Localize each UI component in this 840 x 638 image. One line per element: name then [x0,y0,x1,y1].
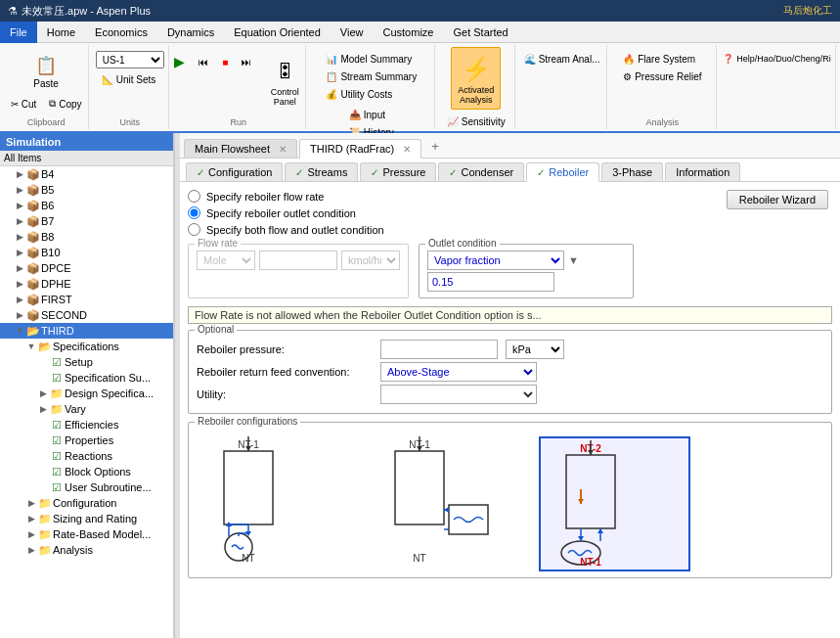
cut-button[interactable]: ✂Cut [5,95,43,113]
menu-view[interactable]: View [331,22,374,43]
tree-item-B4[interactable]: ▶ 📦 B4 [0,166,173,182]
tab-THIRD[interactable]: THIRD (RadFrac) ✕ [299,139,421,159]
tree-icon-rate-based-model: 📁 [37,527,53,541]
tree-item-DPCE[interactable]: ▶ 📦 DPCE [0,260,173,276]
svg-rect-25 [561,541,600,553]
unit-set-select[interactable]: US-1 SI [96,51,164,68]
paste-button[interactable]: 📋 Paste [5,47,88,94]
tree-item-B5[interactable]: ▶ 📦 B5 [0,182,173,198]
menu-file[interactable]: File [0,22,37,43]
utility-costs-button[interactable]: 💰 Utility Costs [320,86,422,103]
tree-item-analysis[interactable]: ▶ 📁 Analysis [0,542,173,558]
radio-both[interactable]: Specify both flow and outlet condition [188,223,832,236]
tree-item-B7[interactable]: ▶ 📦 B7 [0,213,173,229]
ribbon-units-group: US-1 SI 📐 Unit Sets Units [91,45,169,129]
tree-item-SECOND[interactable]: ▶ 📦 SECOND [0,307,173,323]
tree-item-configuration[interactable]: ▶ 📁 Configuration [0,495,173,511]
outlet-condition-title: Outlet condition [425,238,500,249]
tree-item-setup[interactable]: ☑ Setup [0,354,173,370]
tree-item-specifications[interactable]: ▼ 📂 Specifications [0,339,173,354]
reboiler-pressure-input[interactable] [380,340,498,359]
tree-item-properties[interactable]: ☑ Properties [0,433,173,448]
flow-value-input[interactable] [259,251,337,270]
reboiler-diagram-1[interactable]: NT-1 [197,436,348,571]
tree-item-B6[interactable]: ▶ 📦 B6 [0,198,173,213]
tab-main-flowsheet[interactable]: Main Flowsheet ✕ [184,139,297,158]
tree-arrow-THIRD: ▼ [14,326,25,336]
copy-button[interactable]: ⧉Copy [43,95,87,113]
menu-economics[interactable]: Economics [85,22,157,43]
tree-item-THIRD[interactable]: ▼ 📂 THIRD [0,323,173,339]
menu-dynamics[interactable]: Dynamics [157,22,224,43]
menu-customize[interactable]: Customize [374,22,444,43]
flow-rate-title: Flow rate [195,238,241,249]
tree-item-design-specifica[interactable]: ▶ 📁 Design Specifica... [0,386,173,401]
flow-type-select[interactable]: Mole Mass [197,251,255,270]
pressure-unit-select[interactable]: kPa bar atm [506,340,564,359]
tree-label-sizing-rating: Sizing and Rating [53,513,137,524]
sensitivity-button[interactable]: 📈 Sensitivity [441,114,511,130]
check-reboiler: ✓ [537,167,545,178]
outlet-type-select[interactable]: Vapor fraction Temperature Duty [427,251,564,270]
tree-item-DPHE[interactable]: ▶ 📦 DPHE [0,276,173,292]
tree-item-B10[interactable]: ▶ 📦 B10 [0,245,173,260]
flare-system-button[interactable]: 🔥 Flare System [617,51,707,68]
return-feed-select[interactable]: Above-Stage On-Stage [380,362,537,382]
run-step-button[interactable]: ⏭ [236,54,257,70]
input-button[interactable]: 📥 Input [343,107,400,123]
control-panel-button[interactable]: 🎛 ControlPanel [261,51,308,112]
tree-icon-properties: ☑ [49,433,65,447]
tree-item-user-subroutine[interactable]: ☑ User Subroutine... [0,479,173,495]
tab-close-THIRD[interactable]: ✕ [403,144,411,155]
svg-rect-23 [566,455,615,528]
tree-arrow-FIRST: ▶ [14,295,25,304]
sub-tab-information[interactable]: Information [665,162,740,181]
utility-select[interactable] [380,385,537,404]
reboiler-wizard-button[interactable]: Reboiler Wizard [727,190,828,209]
stream-analysis-button[interactable]: 🌊 Stream Anal... [518,51,606,68]
tree-item-rate-based-model[interactable]: ▶ 📁 Rate-Based Model... [0,526,173,542]
ribbon-activated-analysis-group: ⚡ ActivatedAnalysis 📈 Sensitivity 📉 Data… [437,45,515,129]
tab-add-button[interactable]: + [423,135,447,158]
radio-both-input[interactable] [188,223,200,236]
sub-tab-reboiler[interactable]: ✓ Reboiler [526,162,599,182]
sub-tab-3phase[interactable]: 3-Phase [601,162,663,181]
sensitivity-icon: 📈 [447,116,459,127]
tree-label-analysis: Analysis [53,544,93,556]
tree-item-B8[interactable]: ▶ 📦 B8 [0,229,173,245]
radio-outlet-condition-input[interactable] [188,206,200,219]
tree-item-block-options[interactable]: ☑ Block Options [0,464,173,479]
tree-item-efficiencies[interactable]: ☑ Efficiencies [0,417,173,433]
stream-summary-button[interactable]: 📋 Stream Summary [320,68,422,85]
utility-costs-icon: 💰 [326,89,337,100]
step-icon: ⏭ [242,57,251,68]
sub-tab-pressure[interactable]: ✓ Pressure [360,162,436,181]
run-rewind-button[interactable]: ⏮ [193,54,214,70]
tree-item-sizing-rating[interactable]: ▶ 📁 Sizing and Rating [0,511,173,526]
menu-get-started[interactable]: Get Started [443,22,517,43]
menu-equation-oriented[interactable]: Equation Oriented [224,22,331,43]
model-summary-button[interactable]: 📊 Model Summary [320,51,422,68]
tree-item-reactions[interactable]: ☑ Reactions [0,448,173,464]
tree-label-specification-su: Specification Su... [65,372,151,384]
menu-home[interactable]: Home [37,22,85,43]
tree-item-FIRST[interactable]: ▶ 📦 FIRST [0,292,173,307]
run-play-button[interactable]: ▶ [168,51,191,72]
config-diagrams: NT-1 [197,429,823,571]
reboiler-diagram-3[interactable]: NT-2 [539,436,690,571]
pressure-relief-button[interactable]: ⚙ Pressure Relief [617,68,707,85]
tree-item-specification-su[interactable]: ☑ Specification Su... [0,370,173,386]
radio-flow-rate-input[interactable] [188,190,200,203]
activated-analysis-button[interactable]: ⚡ ActivatedAnalysis [451,47,501,110]
reboiler-diagram-2[interactable]: NT-1 NT [368,436,519,571]
unit-sets-button[interactable]: 📐 Unit Sets [96,71,162,88]
run-stop-button[interactable]: ■ [216,54,234,70]
sub-tab-condenser[interactable]: ✓ Condenser [438,162,524,181]
sub-tab-configuration[interactable]: ✓ Configuration [186,162,283,181]
tab-close-main[interactable]: ✕ [279,144,287,155]
tree-item-vary[interactable]: ▶ 📁 Vary [0,401,173,417]
sub-tab-streams[interactable]: ✓ Streams [285,162,358,181]
flow-unit-select[interactable]: kmol/hr [341,251,400,270]
outlet-value-input[interactable] [427,272,554,292]
help-button[interactable]: ❓ Help/Hao/Duo/Cheng/Ri [717,51,837,67]
